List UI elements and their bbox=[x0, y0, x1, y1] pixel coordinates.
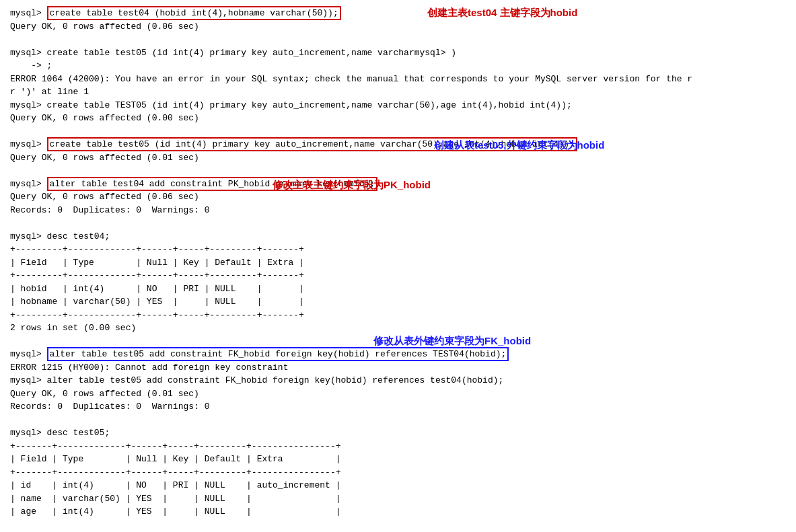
line-28-container: mysql> alter table test05 add constraint… bbox=[10, 348, 786, 361]
line-17 bbox=[10, 217, 786, 230]
line-2: Query OK, 0 rows affected (0.06 sec) bbox=[10, 20, 786, 34]
line-10 bbox=[10, 125, 786, 139]
line-35: +-------+-------------+------+-----+----… bbox=[10, 440, 786, 453]
line-18: mysql> desc test04; bbox=[10, 230, 786, 243]
prompt-11: mysql> bbox=[10, 139, 47, 149]
line-14-container: mysql> alter table test04 add constraint… bbox=[10, 178, 786, 191]
line-20: | Field | Type | Null | Key | Default | … bbox=[10, 256, 786, 270]
line-23: | hobname | varchar(50) | YES | | NULL |… bbox=[10, 295, 786, 309]
line-16: Records: 0 Duplicates: 0 Warnings: 0 bbox=[10, 204, 786, 217]
line-9: Query OK, 0 rows affected (0.00 sec) bbox=[10, 112, 786, 125]
line-39: | name | varchar(50) | YES | | NULL | | bbox=[10, 492, 786, 506]
line-24: +---------+-------------+------+-----+--… bbox=[10, 309, 786, 322]
annotation-1: 创建主表test04 主键字段为hobid bbox=[427, 5, 577, 21]
annotation-fk: 修改从表外键约束字段为FK_hobid bbox=[373, 334, 531, 349]
line-33 bbox=[10, 414, 786, 427]
line-3 bbox=[10, 33, 786, 46]
cmd-highlight-red-1: create table test04 (hobid int(4),hobnam… bbox=[47, 6, 341, 20]
line-1: mysql> create table test04 (hobid int(4)… bbox=[10, 7, 786, 20]
prompt-line-1: mysql> create table test04 (hobid int(4)… bbox=[10, 7, 786, 20]
line-6: ERROR 1064 (42000): You have an error in… bbox=[10, 73, 786, 86]
annotation-11: 创建从表test05,外键约束字段为hobid bbox=[434, 138, 604, 153]
line-7: r ')' at line 1 bbox=[10, 85, 786, 99]
annotation-14: 修改主表主键约束字段为PK_hobid bbox=[273, 178, 431, 193]
line-32: Records: 0 Duplicates: 0 Warnings: 0 bbox=[10, 400, 786, 414]
line-8: mysql> create table TEST05 (id int(4) pr… bbox=[10, 99, 786, 112]
prompt-28: mysql> bbox=[10, 349, 47, 359]
line-22: | hobid | int(4) | NO | PRI | NULL | | bbox=[10, 282, 786, 296]
line-4: mysql> create table test05 (id int(4) pr… bbox=[10, 46, 786, 60]
line-19: +---------+-------------+------+-----+--… bbox=[10, 243, 786, 256]
line-34: mysql> desc test05; bbox=[10, 426, 786, 440]
line-5: -> ; bbox=[10, 59, 786, 73]
cmd-highlight-blue-28: alter table test05 add constraint FK_hob… bbox=[47, 347, 509, 361]
line-21: +---------+-------------+------+-----+--… bbox=[10, 269, 786, 282]
line-40: | age | int(4) | YES | | NULL | | bbox=[10, 505, 786, 519]
line-12: Query OK, 0 rows affected (0.01 sec) bbox=[10, 151, 786, 165]
terminal-output: mysql> create table test04 (hobid int(4)… bbox=[10, 7, 786, 519]
prompt-line-28: mysql> alter table test05 add constraint… bbox=[10, 348, 786, 361]
prompt-14: mysql> bbox=[10, 179, 47, 189]
line-31: Query OK, 0 rows affected (0.01 sec) bbox=[10, 387, 786, 401]
error-you: You bbox=[115, 74, 131, 84]
line-36: | Field | Type | Null | Key | Default | … bbox=[10, 453, 786, 466]
line-11-container: mysql> create table test05 (id int(4) pr… bbox=[10, 138, 786, 151]
line-fk-annotation: 修改从表外键约束字段为FK_hobid bbox=[10, 335, 786, 348]
prompt-line-11: mysql> create table test05 (id int(4) pr… bbox=[10, 138, 786, 151]
line-38: | id | int(4) | NO | PRI | NULL | auto_i… bbox=[10, 479, 786, 492]
line-37: +-------+-------------+------+-----+----… bbox=[10, 466, 786, 480]
line-29: ERROR 1215 (HY000): Cannot add foreign k… bbox=[10, 361, 786, 375]
line-30: mysql> alter table test05 add constraint… bbox=[10, 374, 786, 387]
line-13 bbox=[10, 164, 786, 178]
prompt: mysql> bbox=[10, 8, 47, 18]
